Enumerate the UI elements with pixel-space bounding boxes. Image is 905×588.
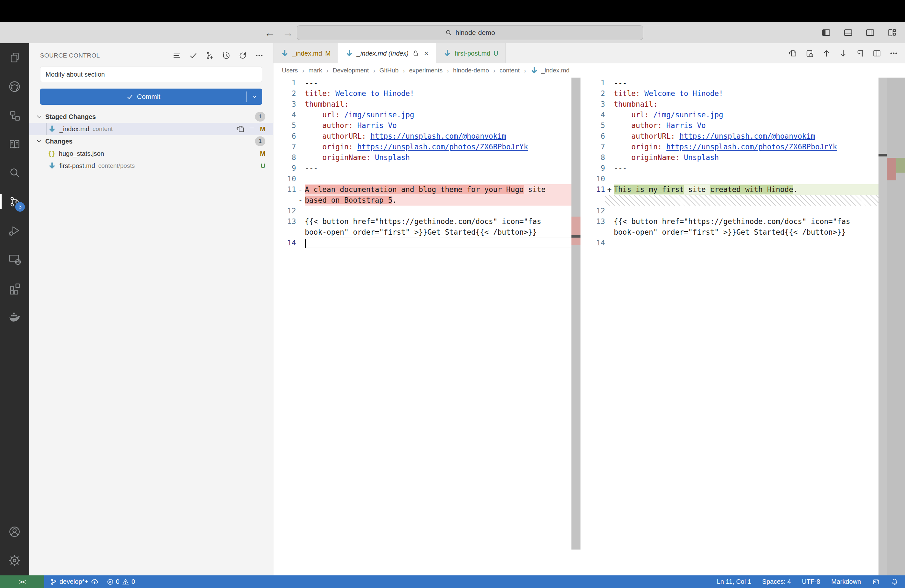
code-line[interactable]: 5 author: Harris Vo [595,120,878,131]
code-line[interactable]: 5 author: Harris Vo [273,120,572,131]
code-line[interactable]: 13{{< button href="https://gethinode.com… [273,216,572,227]
file-row-first-post.md[interactable]: first-post.mdcontent/postsU [29,160,273,172]
code-line[interactable]: 6 authorURL: https://unsplash.com/@hoanv… [595,131,878,141]
split-editor-button[interactable] [869,46,884,60]
activity-remote-explorer[interactable] [0,245,29,273]
diff-original-pane[interactable]: 1---2title: Welcome to Hinode!3thumbnail… [273,78,572,575]
code-line[interactable]: 4 url: /img/sunrise.jpg [273,110,572,120]
feedback-button[interactable] [872,578,880,586]
unstage-icon[interactable] [248,124,256,133]
open-file-button[interactable] [786,46,800,60]
group-staged-changes[interactable]: Staged Changes1 [29,111,273,123]
breadcrumb-item[interactable]: mark [308,67,322,74]
activity-docker[interactable] [0,302,29,331]
status-markdown[interactable]: Markdown [831,578,861,585]
breadcrumb-item[interactable]: Development [333,67,369,74]
file-row-_index.md[interactable]: _index.mdcontentM [29,123,273,135]
code-line[interactable]: 6 authorURL: https://unsplash.com/@hoanv… [273,131,572,141]
activity-settings[interactable] [0,546,29,575]
tab-_index.md-Index-[interactable]: _index.md (Index)× [338,43,436,64]
code-line[interactable]: -based on Bootstrap 5. [273,195,572,206]
code-line[interactable]: 14 [595,238,878,248]
breadcrumb[interactable]: Users›mark›Development›GitHub›experiment… [273,64,905,78]
refresh-button[interactable] [238,51,248,60]
toggle-secondary-sidebar-button[interactable] [862,25,878,40]
activity-files[interactable] [0,43,29,72]
code-line[interactable]: book-open" order="first" >}}Get Started{… [595,227,878,238]
close-icon[interactable]: × [424,49,429,58]
code-line[interactable]: 12 [273,206,572,216]
code-line[interactable]: 1--- [595,78,878,88]
code-line[interactable]: 14 [273,238,572,248]
activity-book[interactable] [0,130,29,158]
toggle-panel-button[interactable] [840,25,856,40]
open-file-icon[interactable] [236,124,245,133]
command-center-search[interactable]: hinode-demo [297,25,643,40]
activity-hierarchy[interactable] [0,101,29,130]
customize-layout-button[interactable] [884,25,900,40]
diff-right-scrollbar[interactable] [878,78,905,575]
activity-debug[interactable] [0,216,29,245]
code-line[interactable]: 9--- [273,163,572,173]
activity-search[interactable] [0,158,29,187]
diff-left-scrollbar[interactable] [572,78,581,550]
code-line[interactable]: 9--- [595,163,878,173]
code-line[interactable]: 2title: Welcome to Hinode! [595,88,878,99]
status-utf-8[interactable]: UTF-8 [802,578,820,585]
code-line[interactable]: 11+This is my first site created with Hi… [595,184,878,195]
history-button[interactable] [221,51,231,60]
bell-button[interactable] [891,578,899,586]
history-back-button[interactable]: ← [262,25,277,40]
history-forward-button[interactable]: → [281,25,295,40]
breadcrumb-item[interactable]: Users [282,67,298,74]
code-line[interactable]: 10 [273,173,572,184]
code-line[interactable]: 10 [595,173,878,184]
view-list-button[interactable] [172,51,182,60]
scrollbar-handle[interactable] [878,154,887,156]
commit-message-input[interactable]: Modify about section [40,67,262,82]
code-line[interactable]: 2title: Welcome to Hinode! [273,88,572,99]
scrollbar-handle[interactable] [572,235,581,238]
breadcrumb-file[interactable]: _index.md [530,66,570,75]
status-ln[interactable]: Ln 11, Col 1 [717,578,751,585]
code-line[interactable]: 4 url: /img/sunrise.jpg [595,110,878,120]
more-actions-button[interactable] [886,46,901,60]
code-line[interactable]: 11-A clean documentation and blog theme … [273,184,572,195]
group-changes[interactable]: Changes1 [29,135,273,148]
tab-_index.md[interactable]: _index.mdM [273,43,338,64]
code-line[interactable]: 3thumbnail: [595,99,878,110]
commit-check-button[interactable] [189,51,198,60]
activity-source-control[interactable]: 3 [0,187,29,216]
activity-extensions[interactable] [0,273,29,302]
code-line[interactable]: book-open" order="first" >}}Get Started{… [273,227,572,238]
diff-modified-pane[interactable]: 1---2title: Welcome to Hinode!3thumbnail… [595,78,878,575]
code-line[interactable]: 7 origin: https://unsplash.com/photos/ZX… [273,141,572,152]
activity-account[interactable] [0,517,29,546]
branch-create-button[interactable] [205,51,214,60]
code-line[interactable]: 8 originName: Unsplash [595,152,878,163]
code-line[interactable]: 8 originName: Unsplash [273,152,572,163]
previous-change-button[interactable] [819,46,834,60]
problems-status-item[interactable]: 0 0 [106,578,135,585]
commit-dropdown-button[interactable] [247,93,262,100]
more-button[interactable] [254,51,264,60]
toggle-sidebar-button[interactable] [818,25,834,40]
code-line[interactable]: 12 [595,206,878,216]
breadcrumb-item[interactable]: experiments [409,67,443,74]
commit-button[interactable]: Commit [40,89,262,105]
breadcrumb-item[interactable]: content [499,67,519,74]
code-line[interactable]: 7 origin: https://unsplash.com/photos/ZX… [595,141,878,152]
code-line[interactable]: 3thumbnail: [273,99,572,110]
whitespace-button[interactable] [853,46,867,60]
next-change-button[interactable] [836,46,851,60]
tab-first-post.md[interactable]: first-post.mdU [436,43,505,64]
breadcrumb-item[interactable]: hinode-demo [453,67,489,74]
file-row-hugo_stats.json[interactable]: {}hugo_stats.jsonM [29,148,273,160]
breadcrumb-item[interactable]: GitHub [379,67,399,74]
activity-github[interactable] [0,72,29,101]
remote-indicator[interactable]: >< [0,575,44,588]
code-line[interactable]: 1--- [273,78,572,88]
branch-status-item[interactable]: develop*+ [50,578,98,585]
status-spaces[interactable]: Spaces: 4 [762,578,791,585]
code-line[interactable]: 13{{< button href="https://gethinode.com… [595,216,878,227]
